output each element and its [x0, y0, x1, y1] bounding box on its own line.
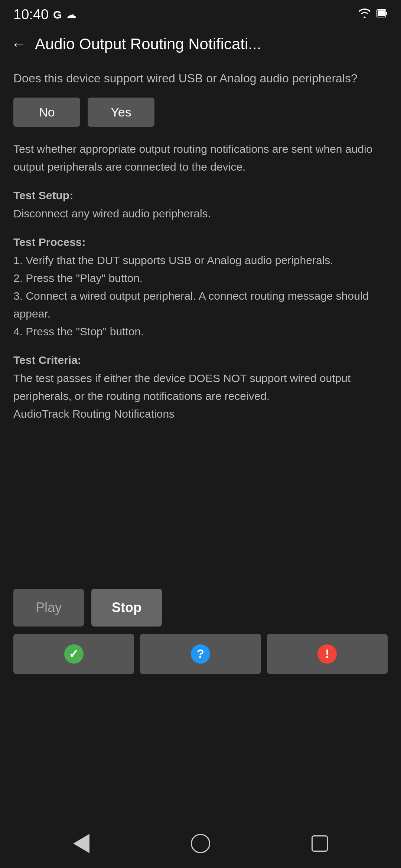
- wifi-icon: [358, 8, 371, 21]
- back-button[interactable]: ←: [11, 36, 26, 53]
- fail-icon: !: [317, 644, 337, 664]
- action-area: Play Stop ✓ ? !: [0, 578, 401, 685]
- nav-recents-button[interactable]: [308, 832, 332, 855]
- main-content: Does this device support wired USB or An…: [0, 62, 401, 578]
- yes-no-button-row: No Yes: [13, 98, 388, 127]
- nav-bar: [0, 819, 401, 868]
- play-button[interactable]: Play: [13, 589, 84, 627]
- status-bar-right: [358, 8, 388, 21]
- nav-back-button[interactable]: [69, 830, 93, 857]
- nav-back-icon: [73, 834, 89, 853]
- help-icon: ?: [191, 644, 210, 664]
- stop-button[interactable]: Stop: [91, 589, 162, 627]
- test-criteria-body: The test passes if either the device DOE…: [13, 369, 388, 423]
- cloud-icon: ☁: [66, 9, 76, 21]
- pass-icon: ✓: [64, 644, 84, 664]
- result-buttons-row: ✓ ? !: [13, 634, 388, 674]
- help-button[interactable]: ?: [140, 634, 261, 674]
- svg-rect-1: [386, 12, 387, 15]
- nav-home-button[interactable]: [187, 830, 214, 857]
- app-bar: ← Audio Output Routing Notificati...: [0, 26, 401, 62]
- status-time: 10:40: [13, 7, 49, 23]
- description-text: Test whether appropriate output routing …: [13, 140, 388, 176]
- back-arrow-icon: ←: [11, 36, 26, 53]
- nav-recents-icon: [312, 835, 328, 852]
- test-process-label: Test Process:: [13, 236, 388, 249]
- google-icon: G: [53, 9, 62, 21]
- nav-home-icon: [191, 834, 210, 853]
- yes-button[interactable]: Yes: [88, 98, 154, 127]
- fail-button[interactable]: !: [267, 634, 388, 674]
- test-setup-body: Disconnect any wired audio peripherals.: [13, 205, 388, 223]
- test-setup-label: Test Setup:: [13, 189, 388, 202]
- battery-icon: [376, 8, 388, 21]
- no-button[interactable]: No: [13, 98, 80, 127]
- status-bar: 10:40 G ☁: [0, 0, 401, 26]
- page-title: Audio Output Routing Notificati...: [35, 35, 390, 53]
- spacer: [0, 685, 401, 819]
- play-stop-row: Play Stop: [13, 589, 388, 627]
- pass-button[interactable]: ✓: [13, 634, 134, 674]
- test-process-body: 1. Verify that the DUT supports USB or A…: [13, 251, 388, 341]
- test-criteria-label: Test Criteria:: [13, 354, 388, 366]
- question-text: Does this device support wired USB or An…: [13, 69, 388, 87]
- svg-rect-2: [378, 10, 385, 16]
- status-bar-left: 10:40 G ☁: [13, 7, 76, 23]
